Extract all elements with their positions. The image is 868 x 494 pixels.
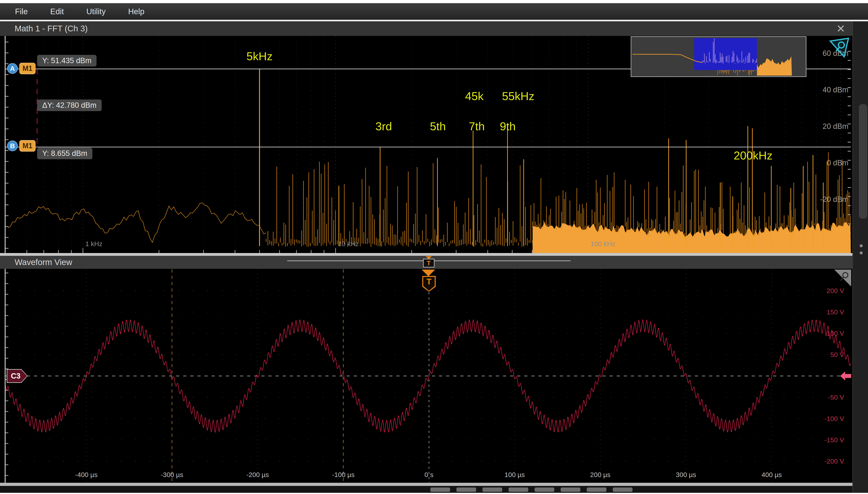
svg-text:50 V: 50 V [830, 351, 844, 358]
footer-dashes [430, 488, 633, 492]
cursor-a-handle[interactable]: A [7, 63, 18, 74]
menu-bar: File Edit Utility Help [0, 3, 868, 20]
waveform-bottom-border [0, 483, 852, 486]
spectrum-overview-thumbnail[interactable] [631, 36, 806, 77]
svg-text:20 dBm: 20 dBm [823, 122, 848, 131]
scrollbar-handle[interactable] [859, 104, 867, 219]
cursor-b-handle[interactable]: B [7, 140, 18, 151]
svg-text:1 kHz: 1 kHz [85, 240, 102, 247]
svg-text:-100 µs: -100 µs [332, 471, 355, 478]
svg-text:-200 µs: -200 µs [246, 471, 269, 478]
oscilloscope-app: File Edit Utility Help Math 1 - FFT (Ch … [0, 0, 868, 494]
fft-panel-title: Math 1 - FFT (Ch 3) [0, 21, 852, 36]
svg-text:-200 V: -200 V [824, 457, 844, 465]
menu-edit[interactable]: Edit [50, 7, 64, 16]
svg-text:200 µs: 200 µs [590, 471, 610, 478]
svg-text:100 µs: 100 µs [505, 471, 525, 478]
svg-text:7th: 7th [469, 120, 485, 133]
footer-strip [0, 486, 852, 493]
svg-text:45k: 45k [465, 90, 484, 102]
svg-text:9th: 9th [500, 120, 516, 133]
cursor-b-readout: Y: 8.655 dBm [37, 148, 92, 159]
svg-text:55kHz: 55kHz [502, 90, 534, 102]
menu-file[interactable]: File [15, 7, 27, 16]
cursor-a-readout: Y: 51.435 dBm [37, 55, 96, 66]
fft-title-text: Math 1 - FFT (Ch 3) [15, 24, 88, 33]
close-icon[interactable]: ✕ [834, 22, 848, 35]
fft-zoom-icon[interactable] [829, 38, 850, 58]
svg-text:10 kHz: 10 kHz [338, 240, 359, 247]
panel-divider [0, 253, 852, 256]
svg-text:5th: 5th [430, 120, 446, 133]
svg-text:150 V: 150 V [827, 308, 844, 316]
svg-text:-300 µs: -300 µs [161, 471, 183, 478]
svg-text:400 µs: 400 µs [761, 471, 782, 478]
svg-text:-50 V: -50 V [828, 394, 844, 401]
trigger-track-handle[interactable]: T [423, 259, 434, 267]
right-scrollbar[interactable] [852, 21, 868, 493]
menu-utility[interactable]: Utility [86, 7, 106, 16]
trigger-position-arrow-icon [422, 270, 435, 276]
svg-text:200 V: 200 V [827, 287, 844, 294]
waveform-canvas[interactable]: 200 V150 V100 V50 V-50 V-100 V-150 V-200… [5, 269, 851, 482]
trigger-badge-glyph: T [423, 277, 435, 291]
scrollbar-grip-dot [860, 251, 863, 254]
svg-text:-150 V: -150 V [824, 436, 844, 444]
svg-text:300 µs: 300 µs [676, 471, 696, 478]
waveform-plot[interactable]: 200 V150 V100 V50 V-50 V-100 V-150 V-200… [0, 269, 852, 483]
scrollbar-grip-dot [860, 244, 863, 247]
waveform-zoom-icon[interactable] [834, 270, 851, 287]
svg-text:-400 µs: -400 µs [75, 471, 97, 478]
thumbnail-trace [631, 37, 806, 76]
svg-text:3rd: 3rd [376, 120, 392, 133]
svg-text:5kHz: 5kHz [247, 50, 272, 62]
svg-text:0 s: 0 s [424, 471, 433, 478]
svg-text:200kHz: 200kHz [734, 149, 773, 162]
svg-text:-20 dBm: -20 dBm [820, 195, 848, 204]
svg-text:0 dBm: 0 dBm [827, 159, 848, 167]
svg-text:-100 V: -100 V [824, 415, 844, 422]
cursor-b-source-badge[interactable]: M1 [19, 140, 36, 152]
cursor-delta-readout: ΔY: 42.780 dBm [37, 99, 102, 111]
waveform-title-text: Waveform View [15, 258, 72, 267]
svg-text:40 dBm: 40 dBm [823, 86, 848, 94]
svg-text:100 kHz: 100 kHz [591, 240, 615, 247]
menu-separator [0, 20, 868, 21]
cursor-a-source-badge[interactable]: M1 [19, 63, 36, 74]
menu-help[interactable]: Help [128, 7, 144, 16]
